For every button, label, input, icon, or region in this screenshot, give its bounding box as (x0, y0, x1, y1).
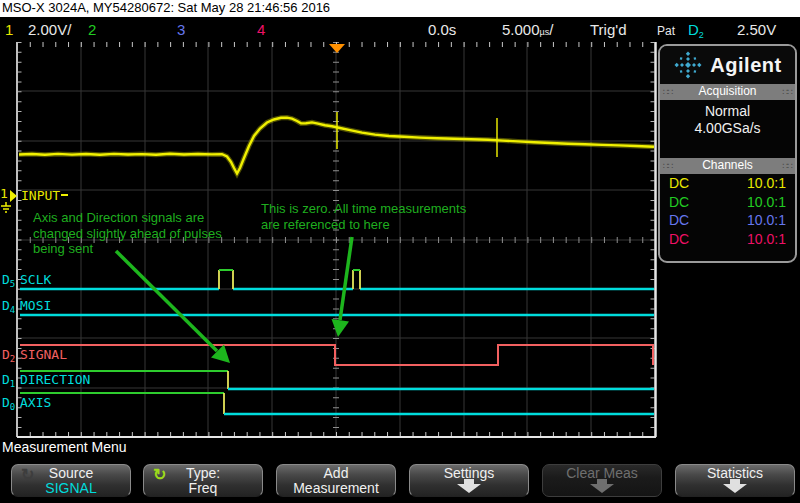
channel-row-3[interactable]: DC 10.0:1 (660, 211, 795, 230)
softkey-line1: Type: (186, 465, 220, 481)
annotation-line: Axis and Direction signals are (33, 210, 222, 226)
coupling: DC (669, 174, 689, 193)
annotation-arrow-2-head (332, 319, 350, 337)
softkey-type[interactable]: ↻ Type: Freq (143, 464, 263, 497)
annotation-line: changed slightly ahead of pulses (33, 226, 222, 242)
coupling: DC (669, 211, 689, 230)
softkey-statistics[interactable]: Statistics (675, 464, 795, 497)
d2-id: D2 (2, 347, 15, 367)
down-arrow-icon (723, 484, 747, 493)
rotate-knob-icon: ↻ (153, 467, 166, 482)
d1-id: D1 (2, 372, 15, 392)
rotate-knob-icon: ↻ (21, 467, 34, 482)
d0-id: D0 (2, 395, 15, 415)
coupling: DC (669, 193, 689, 212)
probe-ratio: 10.0:1 (747, 211, 786, 230)
channels-panel-body: DC 10.0:1 DC 10.0:1 DC 10.0:1 DC 10.0:1 (660, 174, 795, 248)
brand-name: Agilent (710, 54, 781, 77)
acquisition-panel-header[interactable]: Acquisition (660, 84, 795, 100)
brand-row: Agilent (660, 46, 795, 84)
acquisition-panel-body: Normal 4.00GSa/s (660, 100, 795, 158)
d4-name: MOSI (20, 298, 51, 313)
softkey-line2: Freq (144, 481, 262, 496)
annotation-line: being sent (33, 241, 222, 257)
annotation-zero: This is zero. All time measurements are … (261, 201, 466, 232)
annotation-ahead: Axis and Direction signals are changed s… (33, 210, 222, 257)
acquisition-rate: 4.00GSa/s (660, 120, 795, 137)
down-arrow-icon (590, 484, 614, 493)
channel1-marker-number: 1 (0, 186, 8, 201)
d4-id: D4 (2, 298, 15, 318)
softkey-source[interactable]: ↻ Source SIGNAL (11, 464, 131, 497)
menu-title: Measurement Menu (2, 439, 127, 455)
down-arrow-icon (457, 484, 481, 493)
trigger-marker-icon[interactable] (329, 44, 345, 53)
channel1-earth-icon (1, 202, 11, 212)
coupling: DC (669, 230, 689, 249)
d0-name: AXIS (20, 395, 51, 410)
d5-id: D5 (2, 272, 15, 292)
acquisition-mode: Normal (660, 103, 795, 120)
annotation-line: This is zero. All time measurements (261, 201, 466, 217)
channel1-ground-marker-icon[interactable] (10, 190, 17, 202)
softkey-line1: Source (49, 465, 93, 481)
d2-name: SIGNAL (20, 347, 67, 362)
softkey-line1: Add (324, 465, 349, 481)
d5-name: SCLK (20, 272, 51, 287)
softkey-add-measurement[interactable]: Add Measurement (276, 464, 396, 497)
softkey-clear-meas[interactable]: Clear Meas (542, 464, 662, 497)
channels-panel-header[interactable]: Channels (660, 158, 795, 174)
channel-row-4[interactable]: DC 10.0:1 (660, 230, 795, 249)
softkey-settings[interactable]: Settings (409, 464, 529, 497)
agilent-starburst-icon (673, 50, 703, 80)
probe-ratio: 10.0:1 (747, 174, 786, 193)
channel-row-1[interactable]: DC 10.0:1 (660, 174, 795, 193)
annotation-arrow-1-line (116, 251, 217, 351)
annotation-line: are referenced to here (261, 217, 466, 233)
softkey-line2: Measurement (277, 481, 395, 496)
annotation-arrow-2-line (340, 237, 352, 320)
oscilloscope-screen: MSO-X 3024A, MY54280672: Sat May 28 21:4… (0, 0, 800, 503)
analog-trace-label: INPUT (21, 188, 60, 203)
probe-ratio: 10.0:1 (747, 230, 786, 249)
probe-ratio: 10.0:1 (747, 193, 786, 212)
softkey-line2: SIGNAL (12, 481, 130, 496)
channel-row-2[interactable]: DC 10.0:1 (660, 193, 795, 212)
d1-name: DIRECTION (20, 372, 90, 387)
info-sidebar: Agilent Acquisition Normal 4.00GSa/s Cha… (658, 44, 797, 263)
